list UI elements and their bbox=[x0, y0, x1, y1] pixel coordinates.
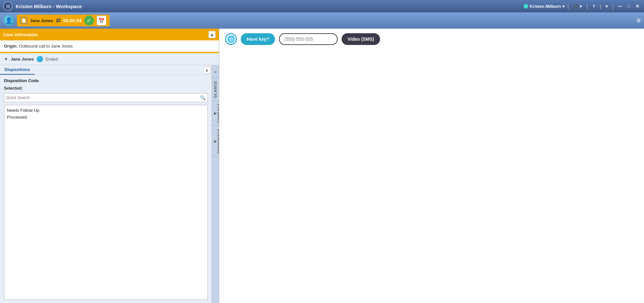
contact-status: Ended bbox=[46, 57, 58, 62]
contact-globe-icon: 🌐 bbox=[37, 56, 43, 62]
separator2: | bbox=[587, 4, 588, 9]
case-origin-value: Outbound call to Jane Jones bbox=[19, 44, 73, 49]
hamburger-menu[interactable]: ≡ bbox=[636, 16, 641, 24]
disposition-code-label: Disposition Code bbox=[4, 78, 208, 83]
selected-label: Selected: bbox=[4, 86, 208, 91]
search-icon: 🔍 bbox=[200, 95, 206, 100]
disposition-list: Needs Follow-Up Processed bbox=[4, 105, 208, 300]
calendar-button[interactable]: 📅 bbox=[97, 16, 106, 25]
agent-icon-btn[interactable]: 🎧 ▾ bbox=[571, 4, 584, 9]
separator3: | bbox=[600, 4, 601, 9]
case-info-body: Origin: Outbound call to Jane Jones bbox=[0, 40, 219, 52]
transfer-icon[interactable]: ⇄ bbox=[56, 17, 61, 24]
contact-tab-label: CONTACT bbox=[217, 103, 219, 123]
title-bar-controls: Kristen Milburn ▾ | 🎧 ▾ | ? | ▾ | — □ ✕ bbox=[524, 4, 641, 9]
app-icon: 👤 bbox=[3, 15, 14, 26]
maximize-button[interactable]: □ bbox=[626, 4, 632, 9]
toolbar: 👤 📄 Jane Jones ⇄ 00:00:04 ✓ 📅 ≡ bbox=[0, 12, 644, 29]
toolbar-right: ≡ bbox=[636, 16, 641, 25]
extra-btn[interactable]: ▾ bbox=[604, 4, 610, 9]
globe-icon: 🌐 bbox=[225, 33, 237, 45]
responses-tab-label: RESPONSES bbox=[217, 128, 219, 153]
close-button[interactable]: ✕ bbox=[634, 4, 641, 9]
confirm-button[interactable]: ✓ bbox=[84, 16, 94, 25]
dispositions-panel: Dispositions ▲ Disposition Code Selected… bbox=[0, 65, 212, 303]
dispositions-header: Dispositions ▲ bbox=[0, 65, 212, 75]
contact-icon: 📄 bbox=[20, 17, 27, 24]
case-origin-label: Origin: bbox=[4, 44, 18, 49]
right-panel-toolbar: 🌐 Have key? Video (SMS) bbox=[225, 33, 638, 45]
separator1: | bbox=[567, 4, 569, 9]
case-info-title: Case Information bbox=[3, 32, 208, 37]
case-info-section: Case Information ▲ Origin: Outbound call… bbox=[0, 29, 219, 53]
app-logo: ⊙ bbox=[3, 2, 12, 11]
separator4: | bbox=[612, 4, 614, 9]
case-info-collapse-button[interactable]: ▲ bbox=[208, 31, 216, 38]
list-item[interactable]: Processed bbox=[7, 114, 205, 120]
user-chevron[interactable]: ▾ bbox=[562, 4, 565, 9]
responses-tab-arrow: ▶ bbox=[213, 129, 217, 153]
right-panel: 🌐 Have key? Video (SMS) bbox=[219, 29, 644, 303]
quick-search-input[interactable] bbox=[6, 95, 200, 100]
contact-name: Jane Jones bbox=[11, 57, 34, 62]
panel-collapse-arrow[interactable]: « bbox=[212, 65, 219, 78]
contact-tab-name: Jane Jones bbox=[30, 18, 53, 23]
side-tab-strip: « GLANCE ▶ CONTACT ▶ RESPONSES bbox=[212, 65, 219, 303]
quick-search-row[interactable]: 🔍 bbox=[4, 93, 208, 102]
contact-tab[interactable]: 📄 Jane Jones ⇄ 00:00:04 ✓ 📅 bbox=[17, 15, 110, 26]
left-panel-inner: Dispositions ▲ Disposition Code Selected… bbox=[0, 65, 219, 303]
minimize-button[interactable]: — bbox=[617, 4, 624, 9]
contact-expand-arrow[interactable]: ▼ bbox=[4, 57, 8, 62]
contact-tab-arrow: ▶ bbox=[213, 104, 217, 123]
user-status-dot bbox=[524, 4, 528, 8]
user-display: Kristen Milburn ▾ bbox=[524, 4, 565, 9]
list-item[interactable]: Needs Follow-Up bbox=[7, 107, 205, 113]
phone-input[interactable] bbox=[279, 33, 338, 45]
tab-contact[interactable]: ▶ CONTACT bbox=[212, 101, 219, 126]
tab-responses[interactable]: ▶ RESPONSES bbox=[212, 126, 219, 156]
dispositions-collapse-button[interactable]: ▲ bbox=[203, 66, 210, 74]
video-sms-button[interactable]: Video (SMS) bbox=[342, 33, 380, 45]
call-timer: 00:00:04 bbox=[63, 18, 82, 23]
user-name: Kristen Milburn bbox=[530, 4, 561, 9]
contact-row: ▼ Jane Jones 🌐 Ended bbox=[0, 53, 219, 65]
help-btn[interactable]: ? bbox=[590, 4, 597, 9]
window-title: Kristen Milburn - Workspace bbox=[16, 4, 524, 9]
tab-glance[interactable]: GLANCE bbox=[212, 78, 219, 101]
have-key-button[interactable]: Have key? bbox=[241, 33, 275, 45]
case-info-header: Case Information ▲ bbox=[0, 29, 219, 40]
title-bar: ⊙ Kristen Milburn - Workspace Kristen Mi… bbox=[0, 0, 644, 12]
dispositions-tab[interactable]: Dispositions bbox=[0, 65, 35, 75]
main-content: Case Information ▲ Origin: Outbound call… bbox=[0, 29, 644, 303]
left-panel: Case Information ▲ Origin: Outbound call… bbox=[0, 29, 219, 303]
case-origin: Origin: Outbound call to Jane Jones bbox=[4, 44, 215, 49]
dispositions-body: Disposition Code Selected: 🔍 Needs Follo… bbox=[0, 75, 212, 303]
